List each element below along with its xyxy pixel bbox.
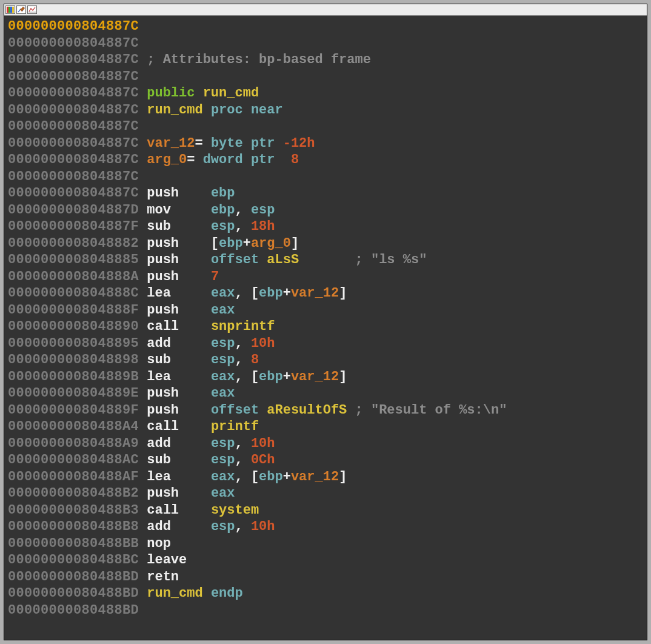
asm-line[interactable]: 00000000080488B2 push eax (8, 485, 643, 502)
asm-token (179, 319, 211, 334)
asm-line[interactable]: 00000000080488BB nop (8, 535, 643, 552)
asm-line[interactable]: 0000000008048885 push offset aLsS ; "ls … (8, 252, 643, 269)
asm-line[interactable]: 000000000804888C lea eax, [ebp+var_12] (8, 285, 643, 302)
asm-token: , (235, 336, 250, 351)
window-outer: 000000000804887C000000000804887C00000000… (0, 0, 651, 644)
disassembly-listing[interactable]: 000000000804887C000000000804887C00000000… (4, 16, 647, 640)
asm-token: ] (339, 286, 347, 301)
address: 0000000008048885 (8, 252, 139, 267)
asm-line[interactable]: 0000000008048895 add esp, 10h (8, 335, 643, 352)
asm-token: push (147, 252, 179, 267)
asm-token (139, 586, 147, 601)
asm-line[interactable]: 00000000080488BD (8, 602, 643, 619)
asm-token: offset (211, 252, 259, 267)
asm-line[interactable]: 00000000080488AF lea eax, [ebp+var_12] (8, 469, 643, 486)
asm-token (195, 86, 202, 101)
line-chart-icon (28, 7, 36, 13)
asm-token: call (147, 503, 179, 518)
asm-line[interactable]: 00000000080488BC leave (8, 552, 643, 569)
asm-token: dword ptr (203, 152, 275, 167)
address: 000000000804887C (8, 102, 139, 118)
asm-line[interactable]: 000000000804887C (8, 69, 643, 86)
asm-line[interactable]: 000000000804887C ; Attributes: bp-based … (8, 52, 643, 69)
asm-token (139, 186, 147, 201)
asm-line[interactable]: 000000000804887D mov ebp, esp (8, 202, 643, 219)
asm-token (139, 152, 147, 167)
asm-token (139, 519, 147, 534)
asm-token (139, 102, 147, 118)
asm-token: leave (147, 552, 187, 568)
asm-line[interactable]: 000000000804889E push eax (8, 385, 643, 402)
asm-line[interactable]: 00000000080488A4 call printf (8, 418, 643, 435)
address: 000000000804887C (8, 152, 139, 167)
asm-token: arg_0 (251, 236, 291, 251)
asm-token (203, 586, 211, 601)
asm-token (171, 369, 211, 384)
asm-line[interactable]: 000000000804887C public run_cmd (8, 85, 643, 102)
asm-line[interactable]: 000000000804889F push offset aResultOfS … (8, 402, 643, 419)
asm-line[interactable]: 00000000080488B3 call system (8, 502, 643, 519)
asm-token (139, 219, 147, 234)
asm-line[interactable]: 0000000008048890 call snprintf (8, 318, 643, 335)
view-toolbar (4, 4, 647, 16)
asm-token: run_cmd (147, 586, 202, 601)
asm-token: "Result of %s:\n" (371, 403, 507, 418)
asm-line[interactable]: 000000000804888F push eax (8, 302, 643, 319)
address: 000000000804888C (8, 286, 139, 301)
asm-token: esp (211, 436, 235, 451)
asm-line[interactable]: 00000000080488BD retn (8, 569, 643, 586)
asm-token: push (147, 386, 179, 401)
asm-line[interactable]: 000000000804887C run_cmd proc near (8, 102, 643, 119)
asm-line[interactable]: 000000000804889B lea eax, [ebp+var_12] (8, 369, 643, 386)
asm-line[interactable]: 000000000804887F sub esp, 18h (8, 218, 643, 235)
asm-token (139, 419, 147, 434)
address: 000000000804887D (8, 203, 139, 218)
asm-line[interactable]: 00000000080488AC sub esp, 0Ch (8, 452, 643, 469)
asm-token: lea (147, 469, 171, 485)
asm-line[interactable]: 000000000804887C push ebp (8, 185, 643, 202)
asm-token: public (147, 86, 195, 101)
asm-line[interactable]: 000000000804887C arg_0= dword ptr 8 (8, 152, 643, 169)
address: 00000000080488BD (8, 586, 139, 601)
edit-view-button[interactable] (16, 5, 26, 14)
asm-token (179, 403, 211, 418)
asm-token (275, 152, 291, 167)
asm-token: eax (211, 286, 235, 301)
color-view-button[interactable] (5, 5, 15, 14)
asm-token: esp (211, 336, 235, 351)
asm-token (171, 519, 211, 534)
asm-line[interactable]: 000000000804888A push 7 (8, 269, 643, 286)
asm-line[interactable]: 00000000080488BD run_cmd endp (8, 585, 643, 602)
asm-line[interactable]: 000000000804887C var_12= byte ptr -12h (8, 135, 643, 152)
asm-token: eax (211, 486, 235, 501)
asm-line[interactable]: 000000000804887C (8, 118, 643, 135)
chart-view-button[interactable] (27, 5, 37, 14)
svg-rect-2 (10, 7, 12, 13)
asm-token: ] (339, 369, 347, 384)
asm-line[interactable]: 000000000804887C (8, 169, 643, 186)
asm-token (139, 469, 147, 485)
asm-line[interactable]: 00000000080488B8 add esp, 10h (8, 518, 643, 535)
asm-token (139, 136, 147, 151)
asm-token: push (147, 303, 179, 318)
asm-token: add (147, 336, 171, 351)
asm-line[interactable]: 000000000804887C (8, 18, 643, 35)
asm-line[interactable]: 00000000080488A9 add esp, 10h (8, 435, 643, 452)
asm-token (139, 486, 147, 501)
asm-token (243, 102, 251, 118)
asm-token: push (147, 236, 179, 251)
svg-rect-3 (12, 7, 14, 13)
asm-token: eax (211, 469, 235, 485)
asm-token (171, 469, 211, 485)
asm-line[interactable]: 0000000008048898 sub esp, 8 (8, 352, 643, 369)
asm-line[interactable]: 000000000804887C (8, 35, 643, 52)
address: 000000000804887C (8, 69, 139, 84)
asm-token (139, 236, 147, 251)
asm-token: mov (147, 203, 171, 218)
asm-line[interactable]: 0000000008048882 push [ebp+arg_0] (8, 235, 643, 252)
address: 0000000008048890 (8, 319, 139, 334)
address: 000000000804887C (8, 119, 139, 134)
pencil-graph-icon (18, 7, 25, 13)
asm-token (171, 219, 211, 234)
asm-token: sub (147, 352, 171, 367)
